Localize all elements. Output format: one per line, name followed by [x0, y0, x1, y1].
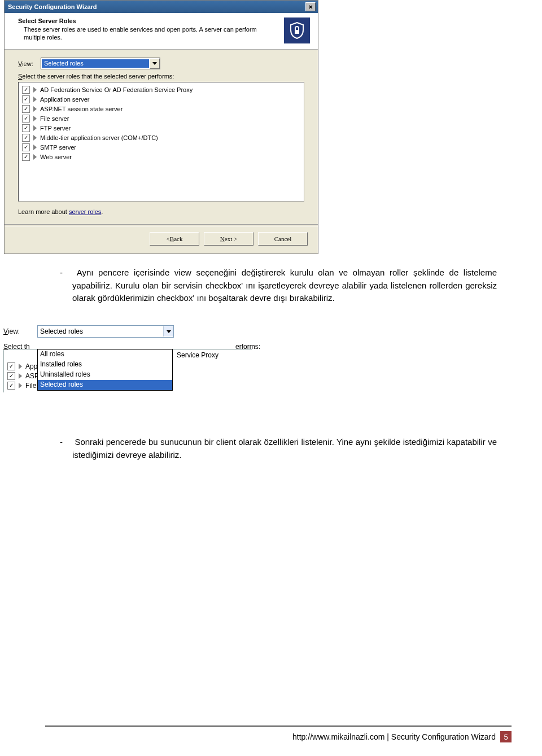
- role-checkbox[interactable]: ✓: [7, 382, 15, 390]
- expand-icon[interactable]: [19, 383, 22, 388]
- chevron-down-icon: [167, 330, 171, 333]
- expand-icon[interactable]: [33, 154, 37, 160]
- role-list[interactable]: ✓AD Federation Service Or AD Federation …: [18, 82, 304, 202]
- view-label: View:: [18, 60, 41, 67]
- wizard-header: Select Server Roles These server roles a…: [5, 13, 318, 50]
- view-option-installed-roles[interactable]: Installed roles: [38, 360, 172, 370]
- select-label-trunc-right: erforms:: [235, 341, 260, 351]
- chevron-down-icon: [152, 62, 157, 65]
- expand-icon[interactable]: [33, 97, 37, 102]
- role-label: AD Federation Service Or AD Federation S…: [40, 86, 193, 93]
- role-row: ✓AD Federation Service Or AD Federation …: [22, 85, 300, 94]
- expand-icon[interactable]: [33, 135, 37, 141]
- role-label: File server: [40, 115, 69, 122]
- server-roles-link[interactable]: server roles: [69, 208, 101, 215]
- view-dropdown-2-selected: Selected roles: [38, 326, 163, 337]
- view-dropdown-selected: Selected roles: [42, 59, 149, 68]
- role-row: ✓Middle-tier application server (COM+/DT…: [22, 133, 300, 142]
- view-option-all-roles[interactable]: All roles: [38, 349, 172, 360]
- bullet-dash: -: [60, 436, 72, 449]
- role-label: Middle-tier application server (COM+/DTC…: [40, 134, 158, 141]
- role-label: ASP.NET session state server: [40, 106, 123, 112]
- learn-more: Learn more about server roles.: [18, 208, 304, 215]
- window-title: Security Configuration Wizard: [8, 3, 97, 10]
- shield-lock-icon: [284, 18, 310, 43]
- paragraph-1: - Aynı pencere içerisinde view seçeneğin…: [45, 266, 497, 305]
- paragraph-1-text: Aynı pencere içerisinde view seçeneğini …: [72, 268, 497, 303]
- page-footer: http://www.mikailnazli.com | Security Co…: [45, 726, 512, 742]
- wizard-window: Security Configuration Wizard ✕ Select S…: [4, 0, 318, 254]
- expand-icon[interactable]: [19, 373, 22, 379]
- dropdown-arrow-button[interactable]: [150, 58, 160, 69]
- role-label: Application server: [40, 96, 89, 103]
- role-checkbox[interactable]: ✓: [22, 143, 30, 151]
- role-label: FTP server: [40, 125, 71, 132]
- role-checkbox[interactable]: ✓: [7, 372, 15, 380]
- close-button[interactable]: ✕: [305, 2, 316, 11]
- select-label-trunc-left: Select th: [3, 341, 30, 351]
- expand-icon[interactable]: [33, 106, 37, 112]
- role-checkbox[interactable]: ✓: [22, 124, 30, 132]
- view-label-2: View:: [3, 327, 37, 335]
- header-subtitle: These server roles are used to enable se…: [18, 25, 278, 42]
- view-dropdown-open-screenshot: View: Selected roles Select th erforms: …: [3, 325, 260, 392]
- footer-doc-title: Security Configuration Wizard: [391, 732, 496, 741]
- expand-icon[interactable]: [33, 125, 37, 131]
- cancel-button[interactable]: Cancel: [258, 232, 308, 246]
- expand-icon[interactable]: [33, 87, 37, 93]
- role-checkbox[interactable]: ✓: [22, 134, 30, 142]
- expand-icon[interactable]: [19, 364, 22, 369]
- page-number: 5: [500, 731, 512, 742]
- role-row: ✓FTP server: [22, 123, 300, 133]
- role-checkbox[interactable]: ✓: [22, 95, 30, 103]
- role-row: ✓Application server: [22, 94, 300, 104]
- footer-sep: |: [384, 732, 391, 741]
- view-dropdown-options[interactable]: All roles Installed roles Uninstalled ro…: [37, 349, 173, 391]
- footer-url: http://www.mikailnazli.com: [292, 732, 384, 741]
- titlebar: Security Configuration Wizard ✕: [5, 1, 318, 13]
- role-label: SMTP server: [40, 144, 76, 151]
- learn-prefix: Learn more about: [18, 208, 69, 215]
- view-option-selected-roles[interactable]: Selected roles: [38, 380, 172, 390]
- role-checkbox[interactable]: ✓: [7, 362, 15, 370]
- back-button[interactable]: < Back: [150, 232, 199, 246]
- bullet-dash: -: [60, 266, 72, 279]
- role-row: ✓File server: [22, 113, 300, 123]
- close-icon: ✕: [308, 4, 313, 10]
- view-dropdown-2[interactable]: Selected roles: [37, 325, 174, 338]
- role-row: ✓SMTP server: [22, 142, 300, 152]
- role-checkbox[interactable]: ✓: [22, 153, 30, 161]
- role-label: Web server: [40, 154, 72, 160]
- paragraph-2-text: Sonraki pencerede bu sunucunun bir clien…: [72, 437, 497, 460]
- svc-proxy-fragment: Service Proxy: [177, 351, 248, 359]
- view-dropdown[interactable]: Selected roles: [41, 58, 160, 69]
- svg-rect-0: [295, 30, 299, 34]
- role-row: ✓ASP.NET session state server: [22, 104, 300, 113]
- next-button[interactable]: Next >: [204, 232, 253, 246]
- role-checkbox[interactable]: ✓: [22, 105, 30, 113]
- dropdown-arrow-button-2[interactable]: [163, 326, 173, 337]
- header-title: Select Server Roles: [18, 18, 278, 24]
- view-option-uninstalled-roles[interactable]: Uninstalled roles: [38, 370, 172, 380]
- role-checkbox[interactable]: ✓: [22, 115, 30, 123]
- paragraph-2: - Sonraki pencerede bu sunucunun bir cli…: [45, 436, 497, 461]
- select-instruction: Select the server roles that the selecte…: [18, 73, 304, 80]
- expand-icon[interactable]: [33, 116, 37, 121]
- role-checkbox[interactable]: ✓: [22, 86, 30, 94]
- role-row: ✓Web server: [22, 152, 300, 161]
- expand-icon[interactable]: [33, 145, 37, 150]
